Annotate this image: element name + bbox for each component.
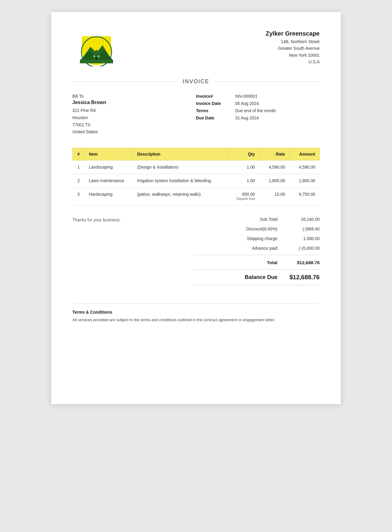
totals-section: Sub Total 16,140.00 Discount(6.00%) (-)9…: [193, 214, 320, 285]
thank-you-text: Thanks for your business.: [72, 214, 121, 222]
advance-row: Advance paid (-)5,000.00: [193, 243, 320, 253]
row-item: Hardscaping: [85, 188, 133, 205]
total-value: $12,688.76: [289, 260, 320, 265]
invoice-details: Invoice# INV-000001 Invoice Date 05 Aug …: [196, 94, 320, 136]
invoice-due-date-label: Due Date: [196, 116, 235, 120]
col-item: Item: [85, 148, 133, 160]
row-num: 1: [73, 160, 85, 174]
sub-total-value: 16,140.00: [289, 217, 320, 222]
balance-due-section: Balance Due $12,688.76: [193, 269, 320, 285]
invoice-number-value: INV-000001: [235, 94, 258, 99]
bill-to-address: 321 Pine Rd Houston 77001 TX United Stat…: [72, 107, 196, 136]
bill-to-name: Jessica Brown: [72, 100, 196, 105]
row-amount: 4,590.00: [289, 160, 320, 174]
balance-due-label: Balance Due: [193, 274, 289, 280]
billing-section: Bill To Jessica Brown 321 Pine Rd Housto…: [72, 94, 320, 136]
terms-section: Terms & Conditions All services provided…: [72, 303, 320, 323]
invoice-title: INVOICE: [183, 78, 209, 85]
svg-rect-6: [95, 57, 98, 60]
bill-to-label: Bill To: [72, 94, 196, 99]
col-description: Description: [133, 148, 229, 160]
col-rate: Rate: [259, 148, 289, 160]
svg-rect-8: [98, 55, 100, 57]
balance-due-value: $12,688.76: [289, 274, 320, 281]
row-rate: 1,800.00: [259, 174, 289, 188]
svg-rect-7: [93, 55, 95, 57]
row-amount: 9,750.00: [289, 188, 320, 205]
discount-value: (-)968.40: [289, 226, 320, 231]
footer-section: Thanks for your business. Sub Total 16,1…: [72, 214, 320, 285]
company-name: Zylker Greenscape: [266, 30, 320, 37]
col-qty: Qty: [229, 148, 259, 160]
discount-row: Discount(6.00%) (-)968.40: [193, 224, 320, 234]
shipping-row: Shipping charge 1,000.00: [193, 234, 320, 243]
terms-text: All services provided are subject to the…: [72, 317, 320, 323]
divider-right: [215, 81, 320, 82]
row-item: Landscaping: [85, 160, 133, 174]
row-qty-sub: Square foot: [233, 197, 255, 201]
discount-label: Discount(6.00%): [193, 226, 289, 231]
invoice-number-label: Invoice#: [196, 94, 235, 99]
row-qty: 650.00 Square foot: [229, 188, 259, 205]
total-label: Total: [193, 260, 289, 265]
col-hash: #: [73, 148, 85, 160]
advance-value: (-)5,000.00: [289, 246, 320, 251]
row-amount: 1,800.00: [289, 174, 320, 188]
row-qty: 1.00: [229, 160, 259, 174]
company-logo: [72, 30, 121, 69]
col-amount: Amount: [289, 148, 320, 160]
svg-rect-1: [82, 36, 111, 51]
invoice-number-row: Invoice# INV-000001: [196, 94, 320, 99]
advance-label: Advance paid: [193, 246, 289, 251]
total-row: Total $12,688.76: [193, 257, 320, 268]
bill-to: Bill To Jessica Brown 321 Pine Rd Housto…: [72, 94, 196, 136]
invoice-table: # Item Description Qty Rate Amount 1 Lan…: [72, 148, 320, 205]
invoice-terms-value: Due end of the month: [235, 108, 276, 113]
sub-total-row: Sub Total 16,140.00: [193, 214, 320, 224]
table-row: 1 Landscaping (Design & Installation) 1.…: [73, 160, 320, 174]
row-item: Lawn maintenance: [85, 174, 133, 188]
invoice-terms-label: Terms: [196, 108, 235, 113]
invoice-header: Zylker Greenscape 14B, Northern Street G…: [72, 30, 320, 69]
company-address: 14B, Northern Street Greater South Avenu…: [266, 38, 320, 65]
table-header-row: # Item Description Qty Rate Amount: [73, 148, 320, 160]
shipping-value: 1,000.00: [289, 236, 320, 241]
row-num: 3: [73, 188, 85, 205]
invoice-page: Zylker Greenscape 14B, Northern Street G…: [51, 12, 341, 404]
table-row: 3 Hardscaping (patios, walkways, retaini…: [73, 188, 320, 205]
row-num: 2: [73, 174, 85, 188]
terms-title: Terms & Conditions: [72, 310, 320, 315]
invoice-terms-row: Terms Due end of the month: [196, 108, 320, 113]
invoice-date-row: Invoice Date 05 Aug 2024: [196, 101, 320, 106]
row-qty: 1.00: [229, 174, 259, 188]
company-info: Zylker Greenscape 14B, Northern Street G…: [266, 30, 320, 65]
row-description: Irrigation system installation & Weeding: [133, 174, 229, 188]
row-description: (Design & Installation): [133, 160, 229, 174]
row-description: (patios, walkways, retaining walls): [133, 188, 229, 205]
divider-left: [72, 81, 177, 82]
table-row: 2 Lawn maintenance Irrigation system ins…: [73, 174, 320, 188]
invoice-date-label: Invoice Date: [196, 101, 235, 106]
totals-divider: [193, 255, 320, 255]
row-rate: 4,590.00: [259, 160, 289, 174]
invoice-date-value: 05 Aug 2024: [235, 101, 259, 106]
row-rate: 15.00: [259, 188, 289, 205]
sub-total-label: Sub Total: [193, 217, 289, 222]
shipping-label: Shipping charge: [193, 236, 289, 241]
invoice-due-date-value: 31 Aug 2024: [235, 116, 259, 120]
invoice-title-row: INVOICE: [72, 78, 320, 85]
invoice-due-date-row: Due Date 31 Aug 2024: [196, 116, 320, 120]
